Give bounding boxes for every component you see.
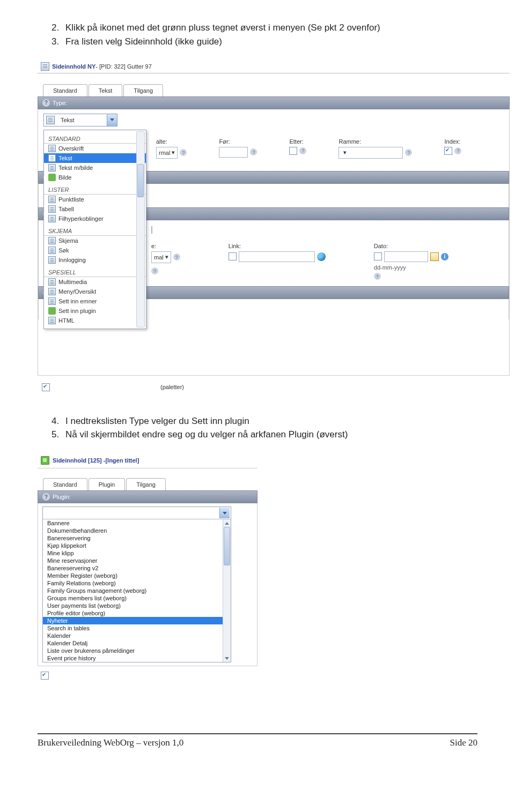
index-checkbox[interactable] — [444, 147, 452, 155]
label-e: e: — [151, 243, 180, 249]
help-icon[interactable]: ? — [250, 148, 257, 155]
help-icon[interactable]: ? — [454, 147, 461, 154]
type-option-sok[interactable]: Søk — [44, 245, 146, 255]
help-icon[interactable]: ? — [42, 99, 50, 107]
type-option-filhyper[interactable]: Filhyperkoblinger — [44, 214, 146, 224]
chevron-down-icon[interactable] — [107, 114, 117, 126]
help-icon[interactable]: ? — [299, 147, 306, 154]
dato-input[interactable] — [384, 251, 428, 262]
calendar-icon[interactable] — [430, 252, 439, 261]
screenshot-type-dropdown: Sideinnhold NY - [PID: 322] Gutter 97 St… — [38, 60, 510, 399]
plugin-option[interactable]: Search in tables — [43, 624, 231, 632]
search-icon — [48, 247, 56, 254]
plugin-option[interactable]: Dokumentbehandleren — [43, 527, 231, 534]
screenshot-plugin-dropdown: Sideinnhold [125] - [Ingen tittel] Stand… — [38, 453, 258, 680]
tab-tilgang[interactable]: Tilgang — [123, 84, 163, 96]
instr-4-text: I nedtrekslisten Type velger du Sett inn… — [65, 415, 249, 428]
doc-icon — [48, 145, 56, 152]
plugin-option[interactable]: Event price history — [43, 654, 231, 662]
scroll-down-icon[interactable] — [223, 654, 231, 662]
scroll-up-icon[interactable] — [223, 519, 231, 527]
window-title-1: Sideinnhold NY - [PID: 322] Gutter 97 — [38, 60, 510, 73]
type-option-punktliste[interactable]: Punktliste — [44, 195, 146, 204]
plugin-option[interactable]: Mine reservasjoner — [43, 557, 231, 564]
type-option-tekst[interactable]: Tekst — [44, 153, 146, 163]
type-option-multimedia[interactable]: Multimedia — [44, 277, 146, 287]
plugin-dropdown[interactable]: BannereDokumentbehandlerenBanereserverin… — [42, 506, 231, 662]
chevron-down-icon[interactable] — [219, 508, 230, 518]
tab2-tilgang[interactable]: Tilgang — [126, 478, 166, 490]
tab-tekst[interactable]: Tekst — [89, 84, 123, 96]
section-type: ? Type: — [38, 96, 510, 109]
help-icon[interactable]: ? — [173, 254, 180, 260]
footer-rule — [38, 733, 477, 734]
instruction-list-2: 4.I nedtrekslisten Type velger du Sett i… — [52, 415, 477, 442]
for-input[interactable] — [219, 147, 248, 158]
type-option-sett-emner[interactable]: Sett inn emner — [44, 296, 146, 306]
image-icon — [48, 174, 56, 181]
alte-select[interactable]: rmal ▾ — [156, 147, 178, 159]
scrollbar-thumb[interactable] — [224, 527, 230, 565]
plugin-icon — [41, 456, 49, 465]
type-option-tabell[interactable]: Tabell — [44, 204, 146, 214]
page-icon — [41, 62, 49, 71]
plugin-option[interactable]: Kalender — [43, 632, 231, 639]
plugin-option[interactable]: Profile editor (weborg) — [43, 609, 231, 617]
scrollbar-thumb[interactable] — [137, 164, 144, 197]
plugin-option[interactable]: Liste over brukerens påmeldinger — [43, 647, 231, 654]
type-option-innlogging[interactable]: Innlogging — [44, 255, 146, 265]
plugin-option[interactable]: Kjøp klippekort — [43, 542, 231, 549]
plugin-option[interactable]: Member Register (weborg) — [43, 572, 231, 579]
help-icon[interactable]: ? — [374, 273, 381, 280]
plugin-option[interactable]: Mine klipp — [43, 549, 231, 557]
type-option-meny[interactable]: Meny/Oversikt — [44, 287, 146, 296]
paletter-label: (paletter) — [53, 384, 184, 390]
plugin-option[interactable]: Bannere — [43, 519, 231, 527]
ramme-select[interactable]: ▾ — [339, 147, 403, 159]
type-value: Tekst — [57, 117, 107, 123]
type-option-tekst-bilde[interactable]: Tekst m/bilde — [44, 163, 146, 173]
help-icon[interactable]: ? — [180, 149, 187, 156]
login-icon — [48, 256, 56, 264]
form-icon — [48, 237, 56, 244]
help-icon[interactable]: ? — [42, 493, 50, 501]
instruction-list: 2.Klikk på ikonet med det grønn pluss te… — [52, 21, 477, 48]
plugin-option[interactable]: Groups members list (weborg) — [43, 594, 231, 602]
tab-standard[interactable]: Standard — [43, 84, 87, 96]
plugin-option[interactable]: Nyheter — [43, 617, 231, 624]
plugin-option[interactable]: Banereservering v2 — [43, 564, 231, 572]
type-option-overskrift[interactable]: Overskrift — [44, 144, 146, 153]
text-input[interactable] — [151, 226, 152, 234]
dato-checkbox[interactable] — [374, 252, 382, 260]
type-option-html[interactable]: HTML — [44, 316, 146, 325]
type-dropdown[interactable]: Tekst — [43, 114, 117, 126]
link-checkbox[interactable] — [229, 252, 237, 260]
paletter-checkbox[interactable] — [42, 383, 50, 391]
instr-3-text: Fra listen velg Sideinnhold (ikke guide) — [65, 35, 222, 48]
plugin-option[interactable]: User payments list (weborg) — [43, 602, 231, 609]
type-option-bilde[interactable]: Bilde — [44, 173, 146, 182]
type-option-skjema[interactable]: Skjema — [44, 236, 146, 245]
help-icon[interactable]: ? — [405, 149, 412, 156]
etter-checkbox[interactable] — [289, 147, 297, 155]
bottom-checkbox[interactable] — [41, 672, 49, 680]
text-icon — [48, 154, 56, 162]
instr-2-text: Klikk på ikonet med det grønn pluss tegn… — [65, 21, 380, 34]
type-option-sett-plugin[interactable]: Sett inn plugin — [44, 306, 146, 316]
link-input[interactable] — [239, 251, 315, 262]
title1-prefix: Sideinnhold NY — [52, 63, 95, 70]
plugin-option[interactable]: Family Relations (weborg) — [43, 579, 231, 587]
plugin-option-list: BannereDokumentbehandlerenBanereserverin… — [43, 519, 231, 662]
tab2-plugin[interactable]: Plugin — [89, 478, 126, 490]
plugin-option[interactable]: Family Groups management (weborg) — [43, 587, 231, 594]
plugin-option[interactable]: Banereservering — [43, 534, 231, 542]
dropdown-scrollbar[interactable] — [223, 519, 231, 662]
plugin-option[interactable]: Kalender Detalj — [43, 639, 231, 647]
help-icon[interactable]: ? — [151, 267, 158, 274]
dropdown-scrollbar[interactable] — [136, 131, 145, 327]
group-skjema: SKJEMA — [44, 226, 146, 236]
info-icon[interactable]: i — [441, 253, 448, 260]
tab2-standard[interactable]: Standard — [43, 478, 87, 490]
globe-icon[interactable] — [317, 252, 326, 261]
e-select[interactable]: mal ▾ — [151, 251, 171, 263]
